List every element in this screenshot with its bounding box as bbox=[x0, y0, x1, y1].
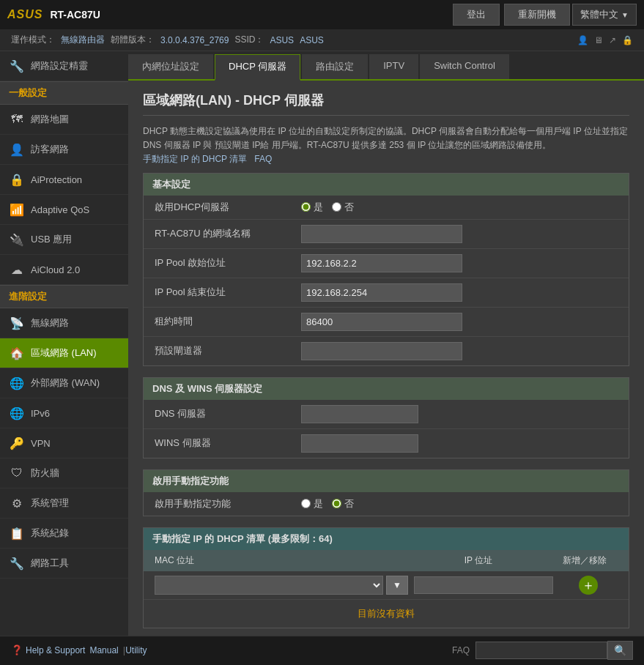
language-button[interactable]: 繁體中文 bbox=[572, 4, 637, 26]
desc-text1: DHCP 動態主機設定協議為使用在 IP 位址的自動設定所制定的協議。DHCP … bbox=[143, 126, 628, 136]
basic-settings-header: 基本設定 bbox=[144, 174, 629, 196]
default-gateway-input[interactable] bbox=[301, 342, 462, 360]
ip-pool-end-input[interactable] bbox=[301, 283, 462, 302]
manual-enable-no-radio[interactable] bbox=[332, 499, 341, 508]
lease-time-input[interactable] bbox=[301, 313, 462, 331]
manual-dhcp-section: 手動指定 IP 的 DHCP 清單 (最多限制：64) MAC 位址 IP 位址… bbox=[143, 527, 629, 628]
mac-dropdown-button[interactable]: ▼ bbox=[386, 576, 408, 595]
default-gateway-label: 預設閘道器 bbox=[155, 344, 301, 357]
sidebar-item-firewall[interactable]: 🛡 防火牆 bbox=[0, 458, 128, 488]
wan-icon: 🌐 bbox=[9, 375, 25, 391]
logout-button[interactable]: 登出 bbox=[453, 4, 500, 26]
status-bar: 運作模式： 無線路由器 韌體版本： 3.0.0.4.376_2769 SSID：… bbox=[0, 29, 644, 51]
brand-logo: ASUS bbox=[7, 8, 42, 21]
table-header: MAC 位址 IP 位址 新增／移除 bbox=[144, 550, 629, 571]
sidebar-item-syslog[interactable]: 📋 系統紀錄 bbox=[0, 519, 128, 549]
dns-wins-header: DNS 及 WINS 伺服器設定 bbox=[144, 378, 629, 400]
syslog-icon: 📋 bbox=[9, 525, 25, 541]
faq-search-button[interactable]: 🔍 bbox=[607, 641, 633, 660]
mac-select[interactable] bbox=[155, 576, 383, 595]
bottom-bar: ❓ Help & Support Manual | Utility FAQ 🔍 bbox=[0, 636, 644, 664]
sidebar-label-aicloud: AiCloud 2.0 bbox=[31, 264, 80, 275]
ip-assign-input[interactable] bbox=[414, 576, 553, 594]
wins-server-input[interactable] bbox=[301, 434, 418, 453]
usb-icon: 🔌 bbox=[9, 231, 25, 248]
faq-link-desc[interactable]: FAQ bbox=[254, 154, 272, 164]
share-icon: ↗ bbox=[609, 35, 616, 45]
faq-search-input[interactable] bbox=[475, 642, 607, 659]
sidebar-item-admin[interactable]: ⚙ 系統管理 bbox=[0, 488, 128, 519]
domain-name-input[interactable] bbox=[301, 225, 462, 243]
sidebar-item-aicloud[interactable]: ☁ AiCloud 2.0 bbox=[0, 255, 128, 285]
add-entry-button[interactable]: ＋ bbox=[579, 576, 598, 595]
wins-server-label: WINS 伺服器 bbox=[155, 436, 301, 450]
sidebar-item-wan[interactable]: 🌐 外部網路 (WAN) bbox=[0, 368, 128, 398]
vpn-icon: 🔑 bbox=[9, 435, 25, 451]
utility-link[interactable]: Utility bbox=[125, 645, 147, 655]
ip-pool-start-label: IP Pool 啟始位址 bbox=[155, 256, 301, 270]
col-header-action: 新增／移除 bbox=[552, 554, 618, 567]
sidebar-item-vpn[interactable]: 🔑 VPN bbox=[0, 428, 128, 458]
dhcp-enable-row: 啟用DHCP伺服器 是 否 bbox=[144, 196, 629, 220]
ssid-link2[interactable]: ASUS bbox=[300, 35, 324, 45]
ssid-link1[interactable]: ASUS bbox=[270, 35, 294, 45]
lan-icon: 🏠 bbox=[9, 345, 25, 361]
sidebar-item-lan[interactable]: 🏠 區域網路 (LAN) bbox=[0, 338, 128, 368]
manual-enable-no-label[interactable]: 否 bbox=[332, 497, 354, 510]
sidebar-section-general: 一般設定 bbox=[0, 81, 128, 105]
dns-server-input[interactable] bbox=[301, 405, 418, 423]
mode-link[interactable]: 無線路由器 bbox=[61, 34, 105, 46]
sidebar-item-adaptiveqos[interactable]: 📶 Adaptive QoS bbox=[0, 195, 128, 225]
ip-pool-end-row: IP Pool 結束位址 bbox=[144, 278, 629, 308]
manual-link[interactable]: Manual bbox=[89, 645, 118, 655]
firmware-link[interactable]: 3.0.0.4.376_2769 bbox=[160, 35, 229, 45]
sidebar-item-ipv6[interactable]: 🌐 IPv6 bbox=[0, 398, 128, 428]
dhcp-enable-no-label[interactable]: 否 bbox=[332, 201, 354, 214]
manual-enable-label: 啟用手動指定功能 bbox=[155, 497, 301, 510]
wins-server-row: WINS 伺服器 bbox=[144, 429, 629, 458]
manual-enable-body: 啟用手動指定功能 是 否 bbox=[144, 492, 629, 516]
tab-lan-ip[interactable]: 內網位址設定 bbox=[128, 54, 213, 79]
sidebar-item-guest[interactable]: 👤 訪客網路 bbox=[0, 135, 128, 165]
manual-enable-yes-radio[interactable] bbox=[301, 499, 311, 508]
dhcp-enable-yes-radio[interactable] bbox=[301, 202, 311, 212]
sidebar-item-aiprotection[interactable]: 🔒 AiProtection bbox=[0, 165, 128, 195]
tab-switch[interactable]: Switch Control bbox=[420, 54, 509, 79]
sidebar-item-nettool[interactable]: 🔧 網路工具 bbox=[0, 549, 128, 579]
asus-logo-text: ASUS bbox=[7, 8, 42, 21]
sidebar-label-usb: USB 應用 bbox=[31, 233, 72, 246]
sidebar-label-wan: 外部網路 (WAN) bbox=[31, 376, 100, 390]
sidebar-label-wireless: 無線網路 bbox=[31, 316, 69, 330]
tab-iptv[interactable]: IPTV bbox=[369, 54, 418, 79]
dhcp-enable-no-radio[interactable] bbox=[332, 202, 341, 212]
sidebar-label-ipv6: IPv6 bbox=[31, 408, 50, 419]
tab-route[interactable]: 路由設定 bbox=[302, 54, 368, 79]
dhcp-enable-label: 啟用DHCP伺服器 bbox=[155, 201, 301, 214]
lease-time-label: 租約時間 bbox=[155, 315, 301, 328]
reboot-button[interactable]: 重新開機 bbox=[504, 4, 570, 26]
dhcp-enable-yes-label[interactable]: 是 bbox=[301, 201, 323, 214]
manual-dhcp-link[interactable]: 手動指定 IP 的 DHCP 清單 bbox=[143, 154, 247, 164]
firmware-label: 韌體版本： bbox=[111, 34, 155, 46]
manual-enable-no-text: 否 bbox=[344, 497, 354, 510]
tab-dhcp[interactable]: DHCP 伺服器 bbox=[215, 54, 300, 81]
ip-pool-start-input[interactable] bbox=[301, 254, 462, 272]
status-icons: 👤 🖥 ↗ 🔒 bbox=[577, 35, 633, 45]
sidebar-label-vpn: VPN bbox=[31, 438, 51, 449]
manual-enable-row: 啟用手動指定功能 是 否 bbox=[144, 492, 629, 516]
dns-wins-body: DNS 伺服器 WINS 伺服器 bbox=[144, 400, 629, 458]
manual-enable-yes-label[interactable]: 是 bbox=[301, 497, 323, 510]
help-support-link[interactable]: Help & Support bbox=[26, 645, 85, 655]
sidebar-item-wireless[interactable]: 📡 無線網路 bbox=[0, 308, 128, 338]
sidebar-label-aiprotection: AiProtection bbox=[31, 174, 82, 185]
tab-bar: 內網位址設定 DHCP 伺服器 路由設定 IPTV Switch Control bbox=[128, 51, 644, 81]
ipv6-icon: 🌐 bbox=[9, 405, 25, 421]
sidebar-item-map[interactable]: 🗺 網路地圖 bbox=[0, 105, 128, 135]
sidebar: 🔧 網路設定精靈 一般設定 🗺 網路地圖 👤 訪客網路 🔒 AiProtecti… bbox=[0, 51, 128, 636]
dns-wins-section: DNS 及 WINS 伺服器設定 DNS 伺服器 WINS 伺服器 bbox=[143, 377, 629, 458]
content-area: 內網位址設定 DHCP 伺服器 路由設定 IPTV Switch Control… bbox=[128, 51, 644, 636]
sidebar-item-wizard[interactable]: 🔧 網路設定精靈 bbox=[0, 51, 128, 81]
sidebar-item-usb[interactable]: 🔌 USB 應用 bbox=[0, 225, 128, 255]
add-btn-wrap: ＋ bbox=[559, 576, 618, 595]
table-input-row: ▼ ＋ bbox=[144, 571, 629, 600]
